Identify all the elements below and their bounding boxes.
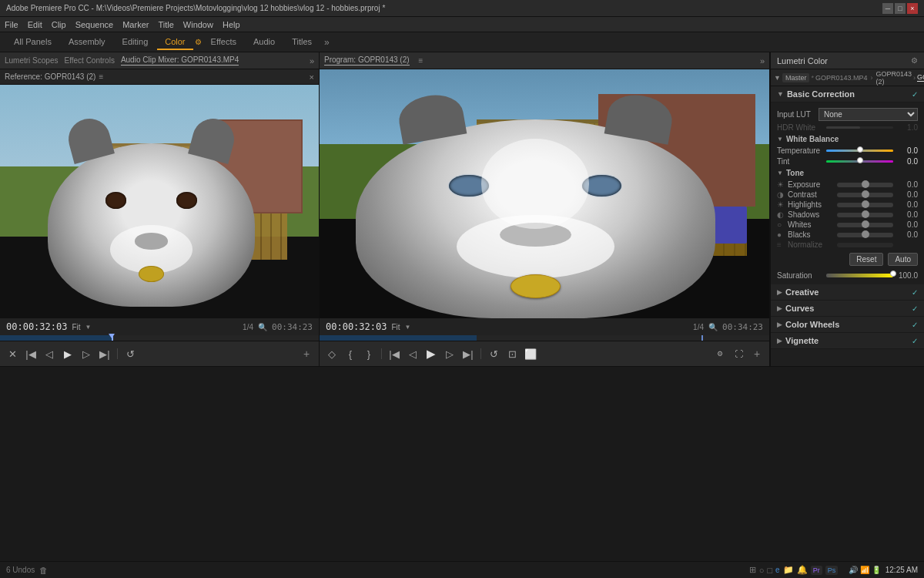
auto-button[interactable]: Auto [888, 253, 918, 266]
source-panel-more[interactable]: » [310, 56, 314, 66]
tone-subsection: ▼ Tone ☀ Exposure 0.0 ◑ [777, 169, 918, 249]
close-button[interactable]: × [907, 3, 918, 14]
restore-button[interactable]: □ [895, 3, 906, 14]
color-wheels-enable[interactable]: ✓ [912, 321, 918, 329]
menu-edit[interactable]: Edit [28, 20, 42, 29]
input-lut-select[interactable]: None [819, 108, 918, 121]
source-loop[interactable]: ↺ [122, 346, 138, 361]
win-start-icon[interactable]: ⊞ [749, 565, 756, 575]
tab-titles[interactable]: Titles [284, 35, 320, 50]
source-go-start[interactable]: |◀ [23, 346, 38, 361]
creative-header[interactable]: ▶ Creative ✓ [771, 284, 924, 301]
program-next-edit[interactable]: } [361, 346, 377, 361]
ps-icon[interactable]: Ps [825, 566, 839, 575]
tab-all-panels[interactable]: All Panels [6, 35, 59, 50]
vignette-header[interactable]: ▶ Vignette ✓ [771, 333, 924, 349]
highlights-slider[interactable] [837, 203, 893, 207]
trash-button[interactable]: 🗑 [39, 566, 48, 575]
source-step-fwd[interactable]: ▷ [79, 346, 94, 361]
tab-editing[interactable]: Editing [115, 35, 156, 50]
program-fit-label[interactable]: Fit [391, 323, 400, 331]
program-go-end[interactable]: ▶| [460, 346, 476, 361]
color-wheels-header[interactable]: ▶ Color Wheels ✓ [771, 317, 924, 333]
source-timecode[interactable]: 00:00:32:03 [6, 321, 67, 332]
lumetri-clip-tab2[interactable]: GOPR0143.MP4 [917, 73, 924, 82]
lumetri-master-tab[interactable]: Master [782, 73, 810, 82]
shadows-slider[interactable] [837, 213, 893, 217]
lumetri-clip-tab[interactable]: GOPR0143 (2) [875, 70, 912, 86]
source-fit-label[interactable]: Fit [72, 323, 80, 331]
tab-color[interactable]: Color [157, 35, 192, 50]
program-add-marker[interactable]: ◇ [324, 346, 340, 361]
lumetri-scopes-tab[interactable]: Lumetri Scopes [5, 56, 58, 65]
program-prev-edit[interactable]: { [343, 346, 358, 361]
notification-icon[interactable]: 🔔 [797, 565, 808, 575]
curves-enable[interactable]: ✓ [912, 304, 918, 313]
reference-tab[interactable]: Reference: GOPR0143 (2) [5, 72, 95, 81]
contrast-slider[interactable] [837, 193, 893, 197]
effect-controls-tab[interactable]: Effect Controls [64, 56, 114, 65]
workspace-more-button[interactable]: » [324, 37, 330, 48]
menu-window[interactable]: Window [183, 20, 213, 29]
program-step-fwd[interactable]: ▷ [442, 346, 457, 361]
source-go-end[interactable]: ▶| [97, 346, 112, 361]
program-zoom-icon[interactable]: 🔍 [708, 323, 718, 331]
audio-clip-mixer-tab[interactable]: Audio Clip Mixer: GOPR0143.MP4 [121, 55, 239, 66]
creative-enable[interactable]: ✓ [912, 288, 918, 297]
program-output[interactable]: ⬜ [523, 346, 538, 361]
program-loop[interactable]: ↺ [486, 346, 501, 361]
win-search-icon[interactable]: ○ [759, 566, 765, 575]
menu-sequence[interactable]: Sequence [75, 20, 114, 29]
tab-effects[interactable]: Effects [203, 35, 244, 50]
curves-header[interactable]: ▶ Curves ✓ [771, 301, 924, 317]
saturation-slider[interactable] [826, 274, 893, 277]
minimize-button[interactable]: ─ [882, 3, 893, 14]
source-scrub-bar[interactable] [0, 335, 319, 341]
program-add-button[interactable]: + [749, 346, 765, 361]
menu-file[interactable]: File [5, 20, 18, 29]
source-play[interactable]: ▶ [60, 346, 75, 361]
source-tool-select[interactable]: ✕ [5, 346, 20, 361]
lumetri-master-dropdown[interactable]: ▼ [774, 74, 781, 82]
exposure-slider[interactable] [837, 183, 893, 187]
program-panel-more[interactable]: » [760, 56, 765, 66]
program-step-back[interactable]: ◁ [405, 346, 420, 361]
source-zoom-icon[interactable]: 🔍 [258, 323, 267, 331]
program-fit-dropdown-icon[interactable]: ▼ [405, 324, 411, 331]
temperature-slider[interactable] [826, 150, 893, 152]
reference-settings-icon[interactable]: ≡ [99, 72, 103, 81]
vignette-enable[interactable]: ✓ [912, 337, 918, 345]
menu-title[interactable]: Title [158, 20, 173, 29]
source-step-back[interactable]: ◁ [42, 346, 57, 361]
reset-button[interactable]: Reset [849, 253, 883, 266]
program-timecode[interactable]: 00:00:32:03 [326, 321, 387, 332]
lumetri-master-clip[interactable]: GOPR0143.MP4 [815, 74, 868, 82]
file-explorer-icon[interactable]: 📁 [783, 565, 794, 575]
basic-correction-enable[interactable]: ✓ [912, 90, 918, 99]
edge-icon[interactable]: e [775, 566, 780, 574]
program-go-start[interactable]: |◀ [387, 346, 402, 361]
lumetri-settings-icon[interactable]: ⚙ [911, 56, 918, 65]
program-settings-icon[interactable]: ≡ [419, 56, 424, 65]
program-tab[interactable]: Program: GOPR0143 (2) [324, 55, 410, 66]
basic-correction-header[interactable]: ▼ Basic Correction ✓ [771, 86, 924, 102]
program-safe-margins[interactable]: ⊡ [504, 346, 520, 361]
blacks-slider[interactable] [837, 233, 893, 237]
win-task-view-icon[interactable]: □ [767, 566, 772, 575]
tab-assembly[interactable]: Assembly [61, 35, 113, 50]
tint-slider[interactable] [826, 160, 893, 163]
tab-audio[interactable]: Audio [246, 35, 283, 50]
reference-close[interactable]: × [310, 72, 314, 82]
menu-help[interactable]: Help [223, 20, 240, 29]
program-full-screen[interactable]: ⛶ [731, 346, 746, 361]
program-settings[interactable]: ⚙ [712, 346, 728, 361]
hdr-slider[interactable] [826, 126, 893, 129]
source-add-button[interactable]: + [299, 346, 314, 361]
menu-clip[interactable]: Clip [52, 20, 66, 29]
program-play[interactable]: ▶ [424, 346, 439, 361]
program-scrub-bar[interactable] [320, 335, 769, 341]
premiere-icon[interactable]: Pr [811, 566, 822, 575]
source-fit-dropdown-icon[interactable]: ▼ [85, 324, 92, 331]
menu-marker[interactable]: Marker [122, 20, 149, 29]
whites-slider[interactable] [837, 223, 893, 227]
